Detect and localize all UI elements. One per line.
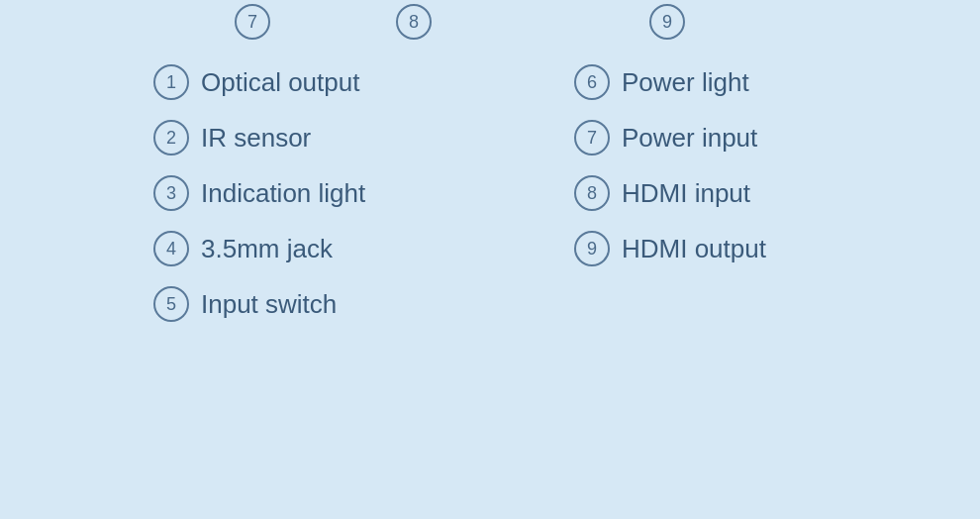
main-content: 1 Optical output 2 IR sensor 3 Indicatio… [0,54,980,332]
circle-8-top: 8 [396,4,432,40]
list-item-7: 7 Power input [574,110,980,165]
list-item-1: 1 Optical output [153,54,490,110]
top-number-9: 9 [649,4,685,40]
item-label-6: Power light [622,67,749,98]
circle-2: 2 [153,120,189,156]
list-item-6: 6 Power light [574,54,980,110]
item-label-9: HDMI output [622,234,766,264]
circle-8: 8 [574,175,610,211]
list-item-5: 5 Input switch [153,276,490,332]
circle-7: 7 [574,120,610,156]
item-label-1: Optical output [201,67,359,98]
circle-4: 4 [153,231,189,266]
item-label-7: Power input [622,123,757,154]
circle-5: 5 [153,286,189,322]
list-item-9: 9 HDMI output [574,221,980,276]
item-label-8: HDMI input [622,178,750,209]
circle-3: 3 [153,175,189,211]
list-item-3: 3 Indication light [153,165,490,221]
list-item-8: 8 HDMI input [574,165,980,221]
circle-6: 6 [574,64,610,100]
left-column: 1 Optical output 2 IR sensor 3 Indicatio… [0,54,490,332]
circle-7-left: 7 [235,4,270,40]
top-number-8: 8 [396,4,432,40]
circle-9: 9 [574,231,610,266]
item-label-4: 3.5mm jack [201,234,333,264]
list-item-2: 2 IR sensor [153,110,490,165]
circle-1: 1 [153,64,189,100]
list-item-4: 4 3.5mm jack [153,221,490,276]
right-column: 6 Power light 7 Power input 8 HDMI input… [490,54,980,332]
item-label-3: Indication light [201,178,365,209]
top-number-7-left: 7 [235,4,270,40]
circle-9-top: 9 [649,4,685,40]
item-label-5: Input switch [201,289,337,320]
item-label-2: IR sensor [201,123,311,154]
